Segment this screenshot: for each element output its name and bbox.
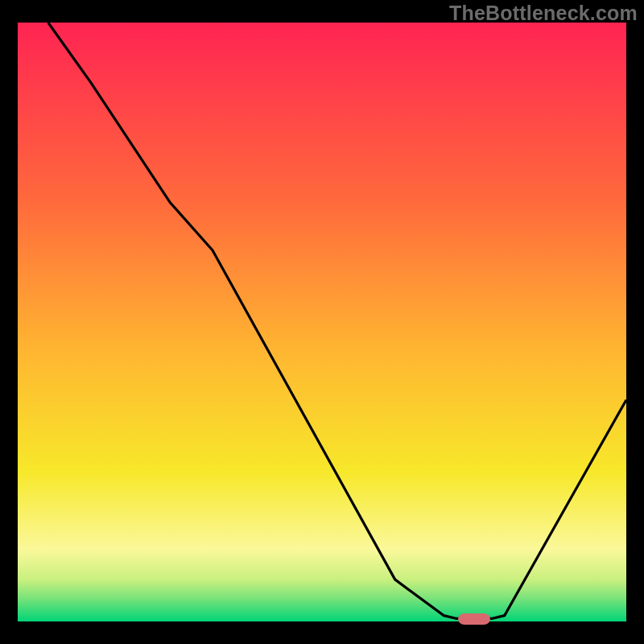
watermark-text: TheBottleneck.com (449, 2, 638, 25)
optimal-marker (458, 613, 490, 625)
bottleneck-chart (0, 0, 644, 644)
chart-container: TheBottleneck.com (0, 0, 644, 644)
